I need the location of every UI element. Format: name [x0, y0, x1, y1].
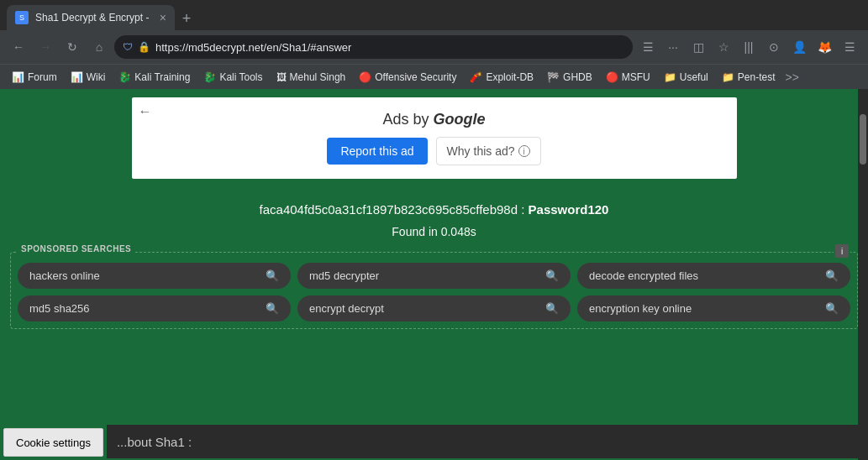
back-button[interactable]: ← — [7, 35, 30, 59]
tab-close-button[interactable]: × — [160, 11, 166, 24]
library-button[interactable]: ||| — [737, 35, 760, 59]
search-text-decode-encrypted: decode encrypted files — [589, 269, 698, 282]
search-pill-md5-sha256[interactable]: md5 sha256 🔍 — [18, 295, 291, 321]
ad-back-arrow[interactable]: ← — [139, 104, 152, 119]
scrollbar[interactable] — [858, 89, 868, 460]
search-text-hackers-online: hackers online — [29, 269, 100, 282]
hash-value: faca404fd5c0a31cf1897b823c695c85cffeb98d — [260, 202, 518, 217]
url-display: https://md5decrypt.net/en/Sha1/#answer — [155, 41, 624, 54]
mehul-singh-icon: 🖼 — [276, 71, 287, 83]
bookmark-forum-label: Forum — [28, 71, 57, 83]
lock-icon: 🔒 — [138, 41, 150, 53]
ad-container: ← Ads by Google Report this ad Why this … — [132, 97, 737, 179]
bookmark-button[interactable]: ☆ — [712, 35, 735, 59]
security-shield-icon: 🛡 — [123, 41, 133, 53]
bookmark-kali-training-label: Kali Training — [134, 71, 190, 83]
bookmark-pen-test[interactable]: 📁 Pen-test — [717, 70, 781, 85]
reader-view-button[interactable]: ☰ — [636, 35, 660, 59]
report-ad-button[interactable]: Report this ad — [327, 138, 427, 165]
search-pill-md5-decrypter[interactable]: md5 decrypter 🔍 — [297, 263, 571, 289]
bookmark-ghdb-label: GHDB — [563, 71, 592, 83]
hash-result: faca404fd5c0a31cf1897b823c695c85cffeb98d… — [0, 187, 868, 225]
bookmark-exploit-label: Exploit-DB — [486, 71, 534, 83]
why-this-ad-button[interactable]: Why this ad? i — [436, 137, 541, 165]
search-text-encrypt-decrypt: encrypt decrypt — [309, 302, 384, 315]
bookmark-useful[interactable]: 📁 Useful — [659, 70, 713, 85]
pen-test-icon: 📁 — [722, 71, 734, 83]
sync-button[interactable]: ⊙ — [762, 35, 786, 59]
sha1-text: ...bout Sha1 : — [117, 435, 192, 449]
search-icon-md5: 🔍 — [545, 269, 559, 282]
bookmark-kali-tools[interactable]: 🐉 Kali Tools — [198, 70, 267, 85]
tab-title: Sha1 Decrypt & Encrypt - — [35, 12, 149, 24]
page-content: ← Ads by Google Report this ad Why this … — [0, 89, 868, 460]
cookie-settings-button[interactable]: Cookie settings — [3, 428, 103, 457]
nav-actions: ☰ ··· ◫ ☆ ||| ⊙ 👤 🦊 ☰ — [636, 35, 861, 59]
google-text: Google — [434, 111, 486, 128]
forward-button[interactable]: → — [34, 35, 57, 59]
bookmark-msfu[interactable]: 🔴 MSFU — [601, 70, 655, 85]
decrypted-password: Password120 — [529, 202, 609, 217]
active-tab[interactable]: S Sha1 Decrypt & Encrypt - × — [7, 5, 175, 30]
bookmark-ghdb[interactable]: 🏁 GHDB — [542, 70, 597, 85]
bookmarks-bar: 📊 Forum 📊 Wiki 🐉 Kali Training 🐉 Kali To… — [0, 64, 868, 89]
search-icon-key: 🔍 — [825, 302, 839, 315]
sponsored-section: SPONSORED SEARCHES i hackers online 🔍 md… — [10, 252, 858, 329]
search-icon-md5sha: 🔍 — [266, 302, 279, 315]
scrollbar-thumb[interactable] — [860, 114, 866, 165]
ad-actions: Report this ad Why this ad? i — [149, 137, 720, 165]
bookmark-useful-label: Useful — [680, 71, 708, 83]
bookmark-mehul-singh[interactable]: 🖼 Mehul Singh — [271, 70, 351, 85]
account-button[interactable]: 👤 — [787, 35, 811, 59]
search-pill-encrypt-decrypt[interactable]: encrypt decrypt 🔍 — [297, 295, 571, 321]
bookmark-offensive-security[interactable]: 🔴 Offensive Security — [354, 70, 461, 85]
firefox-menu-button[interactable]: 🦊 — [813, 35, 836, 59]
search-pill-hackers-online[interactable]: hackers online 🔍 — [18, 263, 291, 289]
search-pill-decode-encrypted[interactable]: decode encrypted files 🔍 — [577, 263, 850, 289]
sponsored-info-area: i — [834, 244, 850, 258]
address-bar[interactable]: 🛡 🔒 https://md5decrypt.net/en/Sha1/#answ… — [114, 35, 633, 59]
pocket-button[interactable]: ◫ — [687, 35, 710, 59]
sponsored-info-button[interactable]: i — [835, 244, 849, 258]
ghdb-icon: 🏁 — [547, 71, 560, 83]
forum-icon: 📊 — [12, 71, 24, 83]
bookmark-pentest-label: Pen-test — [738, 71, 776, 83]
tab-bar: S Sha1 Decrypt & Encrypt - × + — [0, 0, 868, 30]
bookmark-wiki-label: Wiki — [87, 71, 106, 83]
ads-by-text: Ads by — [382, 111, 433, 128]
search-icon-hackers: 🔍 — [266, 269, 279, 282]
ads-by-google: Ads by Google — [149, 111, 720, 128]
search-text-md5-decrypter: md5 decrypter — [309, 269, 379, 282]
exploit-db-icon: 🧨 — [470, 71, 482, 83]
useful-icon: 📁 — [664, 71, 676, 83]
search-grid: hackers online 🔍 md5 decrypter 🔍 decode … — [18, 263, 850, 321]
why-ad-info-icon: i — [518, 145, 530, 157]
search-icon-decode: 🔍 — [825, 269, 839, 282]
more-options-button[interactable]: ··· — [661, 35, 685, 59]
search-pill-encryption-key[interactable]: encryption key online 🔍 — [577, 295, 850, 321]
page-bottom-text: ...bout Sha1 : — [107, 425, 868, 458]
why-this-ad-text: Why this ad? — [447, 144, 515, 158]
home-button[interactable]: ⌂ — [87, 35, 111, 59]
nav-bar: ← → ↻ ⌂ 🛡 🔒 https://md5decrypt.net/en/Sh… — [0, 30, 868, 64]
search-icon-encrypt: 🔍 — [545, 302, 559, 315]
hamburger-menu[interactable]: ☰ — [838, 35, 861, 59]
bookmark-kali-training[interactable]: 🐉 Kali Training — [113, 70, 195, 85]
kali-tools-icon: 🐉 — [203, 71, 216, 83]
sponsored-label: SPONSORED SEARCHES — [18, 244, 134, 254]
bookmark-kali-tools-label: Kali Tools — [219, 71, 262, 83]
reload-button[interactable]: ↻ — [60, 35, 84, 59]
kali-training-icon: 🐉 — [118, 71, 131, 83]
bookmarks-overflow-button[interactable]: >> — [785, 71, 798, 84]
search-text-encryption-key: encryption key online — [589, 302, 692, 315]
bookmark-msfu-label: MSFU — [622, 71, 650, 83]
bookmark-wiki[interactable]: 📊 Wiki — [66, 70, 111, 85]
new-tab-button[interactable]: + — [175, 7, 198, 30]
msfu-icon: 🔴 — [606, 71, 618, 83]
cookie-area: Cookie settings ...bout Sha1 : — [0, 425, 868, 460]
bookmark-offensive-label: Offensive Security — [375, 71, 456, 83]
offensive-security-icon: 🔴 — [359, 71, 371, 83]
bookmark-forum[interactable]: 📊 Forum — [7, 70, 62, 85]
bookmark-exploit-db[interactable]: 🧨 Exploit-DB — [465, 70, 539, 85]
tab-favicon: S — [15, 11, 29, 24]
